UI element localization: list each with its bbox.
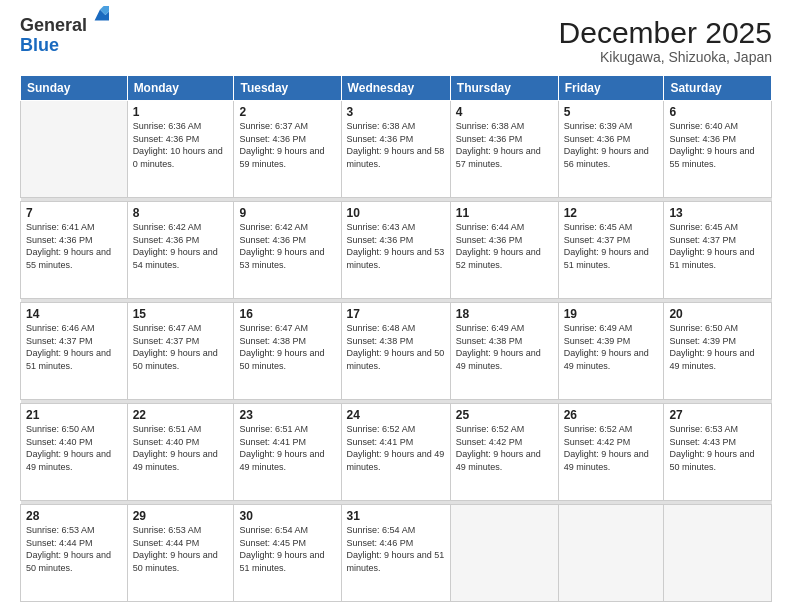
day-number: 22 bbox=[133, 408, 229, 422]
calendar-week-row: 21Sunrise: 6:50 AMSunset: 4:40 PMDayligh… bbox=[21, 404, 772, 501]
day-number: 7 bbox=[26, 206, 122, 220]
calendar-table: Sunday Monday Tuesday Wednesday Thursday… bbox=[20, 75, 772, 602]
day-number: 6 bbox=[669, 105, 766, 119]
table-row: 24Sunrise: 6:52 AMSunset: 4:41 PMDayligh… bbox=[341, 404, 450, 501]
day-number: 27 bbox=[669, 408, 766, 422]
day-info: Sunrise: 6:49 AMSunset: 4:39 PMDaylight:… bbox=[564, 322, 659, 372]
table-row: 10Sunrise: 6:43 AMSunset: 4:36 PMDayligh… bbox=[341, 202, 450, 299]
day-number: 26 bbox=[564, 408, 659, 422]
col-monday: Monday bbox=[127, 76, 234, 101]
day-info: Sunrise: 6:42 AMSunset: 4:36 PMDaylight:… bbox=[133, 221, 229, 271]
table-row: 30Sunrise: 6:54 AMSunset: 4:45 PMDayligh… bbox=[234, 505, 341, 602]
calendar-week-row: 28Sunrise: 6:53 AMSunset: 4:44 PMDayligh… bbox=[21, 505, 772, 602]
day-info: Sunrise: 6:42 AMSunset: 4:36 PMDaylight:… bbox=[239, 221, 335, 271]
table-row: 11Sunrise: 6:44 AMSunset: 4:36 PMDayligh… bbox=[450, 202, 558, 299]
day-number: 18 bbox=[456, 307, 553, 321]
table-row: 5Sunrise: 6:39 AMSunset: 4:36 PMDaylight… bbox=[558, 101, 664, 198]
table-row: 7Sunrise: 6:41 AMSunset: 4:36 PMDaylight… bbox=[21, 202, 128, 299]
day-info: Sunrise: 6:50 AMSunset: 4:40 PMDaylight:… bbox=[26, 423, 122, 473]
day-number: 8 bbox=[133, 206, 229, 220]
day-number: 19 bbox=[564, 307, 659, 321]
table-row: 25Sunrise: 6:52 AMSunset: 4:42 PMDayligh… bbox=[450, 404, 558, 501]
table-row: 26Sunrise: 6:52 AMSunset: 4:42 PMDayligh… bbox=[558, 404, 664, 501]
day-info: Sunrise: 6:45 AMSunset: 4:37 PMDaylight:… bbox=[564, 221, 659, 271]
table-row: 21Sunrise: 6:50 AMSunset: 4:40 PMDayligh… bbox=[21, 404, 128, 501]
day-info: Sunrise: 6:52 AMSunset: 4:42 PMDaylight:… bbox=[456, 423, 553, 473]
table-row: 9Sunrise: 6:42 AMSunset: 4:36 PMDaylight… bbox=[234, 202, 341, 299]
day-info: Sunrise: 6:51 AMSunset: 4:40 PMDaylight:… bbox=[133, 423, 229, 473]
day-info: Sunrise: 6:39 AMSunset: 4:36 PMDaylight:… bbox=[564, 120, 659, 170]
day-number: 14 bbox=[26, 307, 122, 321]
day-info: Sunrise: 6:54 AMSunset: 4:46 PMDaylight:… bbox=[347, 524, 445, 574]
day-number: 11 bbox=[456, 206, 553, 220]
day-number: 12 bbox=[564, 206, 659, 220]
table-row bbox=[558, 505, 664, 602]
day-info: Sunrise: 6:52 AMSunset: 4:41 PMDaylight:… bbox=[347, 423, 445, 473]
table-row: 20Sunrise: 6:50 AMSunset: 4:39 PMDayligh… bbox=[664, 303, 772, 400]
logo-general-text: General bbox=[20, 16, 87, 36]
day-info: Sunrise: 6:47 AMSunset: 4:38 PMDaylight:… bbox=[239, 322, 335, 372]
day-info: Sunrise: 6:36 AMSunset: 4:36 PMDaylight:… bbox=[133, 120, 229, 170]
day-info: Sunrise: 6:37 AMSunset: 4:36 PMDaylight:… bbox=[239, 120, 335, 170]
day-number: 20 bbox=[669, 307, 766, 321]
day-info: Sunrise: 6:45 AMSunset: 4:37 PMDaylight:… bbox=[669, 221, 766, 271]
calendar-header-row: Sunday Monday Tuesday Wednesday Thursday… bbox=[21, 76, 772, 101]
day-info: Sunrise: 6:47 AMSunset: 4:37 PMDaylight:… bbox=[133, 322, 229, 372]
col-saturday: Saturday bbox=[664, 76, 772, 101]
table-row: 23Sunrise: 6:51 AMSunset: 4:41 PMDayligh… bbox=[234, 404, 341, 501]
day-info: Sunrise: 6:54 AMSunset: 4:45 PMDaylight:… bbox=[239, 524, 335, 574]
table-row: 1Sunrise: 6:36 AMSunset: 4:36 PMDaylight… bbox=[127, 101, 234, 198]
day-number: 30 bbox=[239, 509, 335, 523]
logo: General Blue bbox=[20, 16, 87, 56]
calendar-week-row: 7Sunrise: 6:41 AMSunset: 4:36 PMDaylight… bbox=[21, 202, 772, 299]
day-info: Sunrise: 6:41 AMSunset: 4:36 PMDaylight:… bbox=[26, 221, 122, 271]
table-row: 17Sunrise: 6:48 AMSunset: 4:38 PMDayligh… bbox=[341, 303, 450, 400]
day-number: 21 bbox=[26, 408, 122, 422]
day-number: 9 bbox=[239, 206, 335, 220]
day-number: 24 bbox=[347, 408, 445, 422]
col-thursday: Thursday bbox=[450, 76, 558, 101]
day-number: 1 bbox=[133, 105, 229, 119]
day-number: 15 bbox=[133, 307, 229, 321]
table-row: 19Sunrise: 6:49 AMSunset: 4:39 PMDayligh… bbox=[558, 303, 664, 400]
table-row: 8Sunrise: 6:42 AMSunset: 4:36 PMDaylight… bbox=[127, 202, 234, 299]
day-info: Sunrise: 6:53 AMSunset: 4:44 PMDaylight:… bbox=[26, 524, 122, 574]
page: General Blue December 2025 Kikugawa, Shi… bbox=[0, 0, 792, 612]
header: General Blue December 2025 Kikugawa, Shi… bbox=[20, 16, 772, 65]
col-sunday: Sunday bbox=[21, 76, 128, 101]
table-row: 14Sunrise: 6:46 AMSunset: 4:37 PMDayligh… bbox=[21, 303, 128, 400]
day-info: Sunrise: 6:50 AMSunset: 4:39 PMDaylight:… bbox=[669, 322, 766, 372]
day-number: 3 bbox=[347, 105, 445, 119]
day-number: 23 bbox=[239, 408, 335, 422]
day-number: 5 bbox=[564, 105, 659, 119]
table-row: 29Sunrise: 6:53 AMSunset: 4:44 PMDayligh… bbox=[127, 505, 234, 602]
day-info: Sunrise: 6:40 AMSunset: 4:36 PMDaylight:… bbox=[669, 120, 766, 170]
day-info: Sunrise: 6:38 AMSunset: 4:36 PMDaylight:… bbox=[456, 120, 553, 170]
table-row: 28Sunrise: 6:53 AMSunset: 4:44 PMDayligh… bbox=[21, 505, 128, 602]
day-info: Sunrise: 6:53 AMSunset: 4:44 PMDaylight:… bbox=[133, 524, 229, 574]
day-number: 29 bbox=[133, 509, 229, 523]
day-number: 13 bbox=[669, 206, 766, 220]
table-row: 16Sunrise: 6:47 AMSunset: 4:38 PMDayligh… bbox=[234, 303, 341, 400]
table-row: 12Sunrise: 6:45 AMSunset: 4:37 PMDayligh… bbox=[558, 202, 664, 299]
table-row: 18Sunrise: 6:49 AMSunset: 4:38 PMDayligh… bbox=[450, 303, 558, 400]
table-row bbox=[21, 101, 128, 198]
logo-blue-text: Blue bbox=[20, 36, 87, 56]
logo-icon bbox=[91, 6, 109, 24]
day-info: Sunrise: 6:43 AMSunset: 4:36 PMDaylight:… bbox=[347, 221, 445, 271]
col-wednesday: Wednesday bbox=[341, 76, 450, 101]
table-row bbox=[450, 505, 558, 602]
table-row: 6Sunrise: 6:40 AMSunset: 4:36 PMDaylight… bbox=[664, 101, 772, 198]
calendar-week-row: 1Sunrise: 6:36 AMSunset: 4:36 PMDaylight… bbox=[21, 101, 772, 198]
title-block: December 2025 Kikugawa, Shizuoka, Japan bbox=[559, 16, 772, 65]
day-info: Sunrise: 6:38 AMSunset: 4:36 PMDaylight:… bbox=[347, 120, 445, 170]
day-info: Sunrise: 6:44 AMSunset: 4:36 PMDaylight:… bbox=[456, 221, 553, 271]
day-number: 28 bbox=[26, 509, 122, 523]
table-row: 15Sunrise: 6:47 AMSunset: 4:37 PMDayligh… bbox=[127, 303, 234, 400]
day-info: Sunrise: 6:46 AMSunset: 4:37 PMDaylight:… bbox=[26, 322, 122, 372]
day-number: 17 bbox=[347, 307, 445, 321]
location-subtitle: Kikugawa, Shizuoka, Japan bbox=[559, 49, 772, 65]
day-info: Sunrise: 6:52 AMSunset: 4:42 PMDaylight:… bbox=[564, 423, 659, 473]
table-row: 22Sunrise: 6:51 AMSunset: 4:40 PMDayligh… bbox=[127, 404, 234, 501]
table-row: 4Sunrise: 6:38 AMSunset: 4:36 PMDaylight… bbox=[450, 101, 558, 198]
